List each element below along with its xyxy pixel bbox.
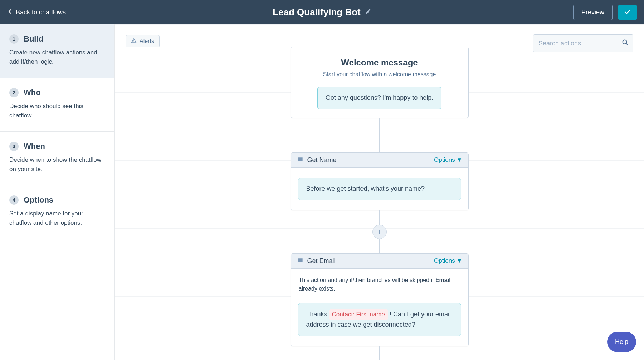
options-dropdown[interactable]: Options ▼ [434,257,462,264]
preview-button[interactable]: Preview [573,5,613,20]
step-title: Options [24,195,53,205]
contact-token: Contact: First name [329,309,388,320]
page-title: Lead Qualifying Bot [273,7,361,18]
welcome-subtitle: Start your chatflow with a welcome messa… [303,71,456,78]
card-title: Get Name [307,156,337,164]
card-body: Before we get started, what's your name? [291,168,468,210]
connector [379,239,380,253]
check-icon [624,8,631,17]
canvas[interactable]: Alerts Welcome message Start your chatfl… [115,24,644,360]
step-number: 4 [9,195,19,205]
caret-down-icon: ▼ [457,156,463,164]
add-action-button[interactable] [372,225,387,239]
chevron-left-icon [7,8,14,16]
step-number: 1 [9,34,19,44]
get-email-card[interactable]: Get Email Options ▼ This action and any … [291,253,469,346]
get-name-card[interactable]: Get Name Options ▼ Before we get started… [291,152,469,210]
skip-note: This action and any if/then branches wil… [291,269,468,293]
main-area: 1 Build Create new chatflow actions and … [0,24,644,360]
search-actions[interactable] [533,34,633,52]
step-desc: Decide who should see this chatflow. [9,102,105,120]
step-number: 2 [9,88,19,97]
welcome-title: Welcome message [303,58,456,68]
options-dropdown[interactable]: Options ▼ [434,156,462,164]
sidebar-step-when[interactable]: 3 When Decide when to show the chatflow … [0,132,114,185]
card-header: Get Email Options ▼ [291,254,468,269]
skip-suffix: already exists. [299,286,335,292]
search-input[interactable] [538,40,621,47]
pencil-icon[interactable] [365,8,371,16]
app-header: Back to chatflows Lead Qualifying Bot Pr… [0,0,644,24]
welcome-bubble: Got any questions? I'm happy to help. [317,87,442,109]
sidebar: 1 Build Create new chatflow actions and … [0,24,115,360]
step-desc: Set a display name for your chatflow and… [9,209,105,227]
header-actions: Preview [573,5,637,20]
sidebar-step-options[interactable]: 4 Options Set a display name for your ch… [0,185,114,239]
svg-point-0 [623,40,627,44]
chat-icon [297,257,304,264]
connector [379,346,380,360]
step-number: 3 [9,142,19,151]
alerts-button[interactable]: Alerts [126,35,160,47]
sidebar-step-who[interactable]: 2 Who Decide who should see this chatflo… [0,78,114,132]
card-header: Get Name Options ▼ [291,153,468,168]
step-desc: Create new chatflow actions and add if/t… [9,48,105,66]
skip-prefix: This action and any if/then branches wil… [299,277,435,283]
back-to-chatflows-link[interactable]: Back to chatflows [7,8,66,16]
step-title: When [24,142,45,151]
help-button[interactable]: Help [607,332,636,352]
skip-bold: Email [435,277,451,283]
options-label: Options [434,156,455,164]
search-icon [621,39,629,48]
step-title: Who [24,88,41,97]
step-desc: Decide when to show the chatflow on your… [9,155,105,174]
welcome-card[interactable]: Welcome message Start your chatflow with… [291,47,469,118]
title-area: Lead Qualifying Bot [273,7,371,18]
options-label: Options [434,257,455,264]
warning-icon [131,38,137,45]
get-name-bubble: Before we get started, what's your name? [298,178,461,200]
save-button[interactable] [618,5,637,20]
step-title: Build [24,34,43,44]
svg-line-1 [626,43,628,45]
bubble-prefix: Thanks [306,311,329,318]
caret-down-icon: ▼ [457,257,463,264]
card-title: Get Email [307,257,336,265]
connector [379,210,380,225]
card-body: Thanks Contact: First name ! Can I get y… [291,293,468,346]
chat-icon [297,156,304,164]
sidebar-step-build[interactable]: 1 Build Create new chatflow actions and … [0,24,114,78]
connector [379,118,380,135]
flow-column: Welcome message Start your chatflow with… [291,47,469,360]
back-label: Back to chatflows [16,9,66,16]
connector [379,135,380,152]
get-email-bubble: Thanks Contact: First name ! Can I get y… [298,303,461,336]
alerts-label: Alerts [140,38,154,44]
